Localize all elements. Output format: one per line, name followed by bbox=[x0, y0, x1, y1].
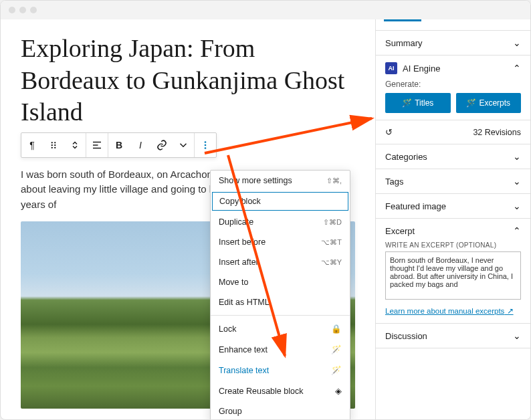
menu-duplicate[interactable]: Duplicate⇧⌘D bbox=[211, 212, 350, 232]
link-icon[interactable] bbox=[151, 133, 173, 157]
ai-engine-icon: AI bbox=[385, 62, 397, 74]
excerpt-field-label: WRITE AN EXCERPT (OPTIONAL) bbox=[385, 241, 521, 249]
excerpt-textarea[interactable] bbox=[385, 251, 521, 300]
bold-icon[interactable]: B bbox=[108, 133, 130, 157]
panel-excerpt: Excerpt⌃ WRITE AN EXCERPT (OPTIONAL) Lea… bbox=[376, 219, 530, 324]
menu-insert-after[interactable]: Insert after⌥⌘Y bbox=[211, 252, 350, 272]
svg-point-2 bbox=[51, 144, 53, 145]
menu-insert-before[interactable]: Insert before⌥⌘T bbox=[211, 232, 350, 252]
menu-enhance-text[interactable]: Enhance text🪄 bbox=[211, 339, 350, 360]
align-icon[interactable] bbox=[86, 133, 108, 157]
menu-translate-text[interactable]: Translate text🪄 bbox=[211, 360, 350, 381]
svg-point-3 bbox=[54, 144, 56, 145]
panel-revisions[interactable]: ↺32 Revisions bbox=[376, 120, 530, 144]
panel-ai-engine: AI AI Engine ⌃ Generate: 🪄Titles 🪄Excerp… bbox=[376, 56, 530, 120]
window-dot bbox=[19, 7, 26, 13]
svg-point-0 bbox=[51, 142, 53, 143]
wand-icon: 🪄 bbox=[466, 98, 476, 108]
svg-point-7 bbox=[205, 144, 207, 146]
generate-label: Generate: bbox=[385, 80, 521, 89]
chevron-down-icon: ⌄ bbox=[513, 37, 521, 48]
content-area: Exploring Japan: From Bordeaux to Gunkan… bbox=[1, 19, 530, 419]
panel-categories[interactable]: Categories⌄ bbox=[376, 144, 530, 169]
move-arrows-icon[interactable] bbox=[64, 133, 86, 157]
reusable-icon: ◈ bbox=[335, 386, 342, 396]
svg-point-1 bbox=[54, 142, 56, 143]
menu-show-more-settings[interactable]: Show more settings⇧⌘, bbox=[211, 171, 350, 191]
block-context-menu: Show more settings⇧⌘, Copy block Duplica… bbox=[210, 170, 350, 419]
history-icon: ↺ bbox=[385, 127, 393, 137]
editor-pane: Exploring Japan: From Bordeaux to Gunkan… bbox=[1, 19, 375, 419]
chevron-down-icon: ⌄ bbox=[513, 151, 521, 162]
menu-move-to[interactable]: Move to bbox=[211, 272, 350, 292]
sidebar-tab-indicator bbox=[376, 19, 530, 31]
settings-sidebar: Summary⌄ AI AI Engine ⌃ Generate: 🪄Title… bbox=[375, 19, 530, 419]
svg-point-5 bbox=[54, 146, 56, 148]
svg-point-4 bbox=[51, 146, 53, 148]
panel-summary[interactable]: Summary⌄ bbox=[376, 31, 530, 56]
manual-excerpts-link[interactable]: Learn more about manual excerpts ↗ bbox=[385, 306, 514, 316]
menu-create-reusable[interactable]: Create Reusable block◈ bbox=[211, 381, 350, 401]
lock-icon: 🔒 bbox=[331, 324, 342, 334]
wand-icon: 🪄 bbox=[331, 365, 342, 375]
wand-icon: 🪄 bbox=[402, 98, 412, 108]
italic-icon[interactable]: I bbox=[130, 133, 151, 157]
chevron-up-icon: ⌃ bbox=[513, 63, 521, 74]
menu-separator bbox=[211, 315, 350, 316]
block-toolbar: ¶ B I bbox=[21, 132, 217, 158]
menu-edit-html[interactable]: Edit as HTML bbox=[211, 292, 350, 312]
generate-excerpts-button[interactable]: 🪄Excerpts bbox=[456, 93, 522, 113]
app-window: Exploring Japan: From Bordeaux to Gunkan… bbox=[0, 0, 531, 420]
menu-copy-block[interactable]: Copy block bbox=[212, 192, 348, 211]
panel-discussion[interactable]: Discussion⌄ bbox=[376, 324, 530, 348]
chevron-down-icon[interactable] bbox=[173, 133, 194, 157]
panel-featured-image[interactable]: Featured image⌄ bbox=[376, 194, 530, 219]
menu-group[interactable]: Group bbox=[211, 401, 350, 419]
post-title[interactable]: Exploring Japan: From Bordeaux to Gunkan… bbox=[21, 33, 355, 128]
generate-titles-button[interactable]: 🪄Titles bbox=[385, 93, 451, 113]
panel-tags[interactable]: Tags⌄ bbox=[376, 169, 530, 194]
chevron-down-icon: ⌄ bbox=[513, 201, 521, 211]
window-dot bbox=[9, 7, 15, 13]
window-titlebar bbox=[1, 1, 530, 19]
paragraph-icon[interactable]: ¶ bbox=[21, 133, 43, 157]
wand-icon: 🪄 bbox=[331, 344, 342, 354]
menu-lock[interactable]: Lock🔒 bbox=[211, 318, 350, 339]
chevron-down-icon: ⌄ bbox=[513, 330, 521, 341]
panel-excerpt-header[interactable]: Excerpt⌃ bbox=[385, 225, 521, 236]
more-options-icon[interactable] bbox=[195, 133, 216, 157]
panel-ai-engine-header[interactable]: AI AI Engine ⌃ bbox=[385, 62, 521, 74]
chevron-down-icon: ⌄ bbox=[513, 176, 521, 187]
chevron-up-icon: ⌃ bbox=[513, 225, 521, 236]
window-dot bbox=[30, 7, 37, 13]
drag-handle-icon[interactable] bbox=[43, 133, 64, 157]
svg-point-6 bbox=[205, 141, 207, 143]
svg-point-8 bbox=[205, 147, 207, 149]
